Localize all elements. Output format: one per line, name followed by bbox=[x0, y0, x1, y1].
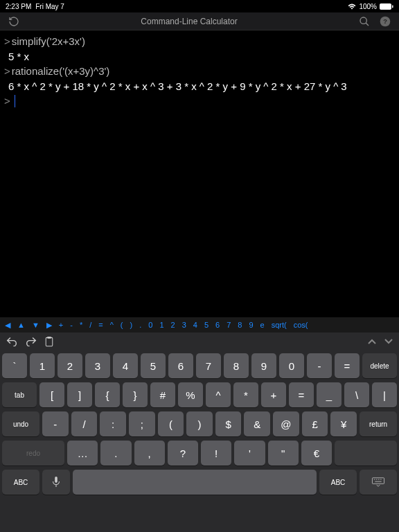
key-9[interactable]: 9 bbox=[251, 353, 276, 378]
key-=[interactable]: = bbox=[335, 353, 360, 378]
key-@[interactable]: @ bbox=[273, 411, 299, 436]
toolbar-item[interactable]: 6 bbox=[212, 321, 223, 329]
key-6[interactable]: 6 bbox=[168, 353, 193, 378]
key-€[interactable]: € bbox=[301, 441, 332, 466]
key-8[interactable]: 8 bbox=[224, 353, 249, 378]
prompt-char: > bbox=[4, 64, 10, 78]
key-3[interactable]: 3 bbox=[85, 353, 110, 378]
key-?[interactable]: ? bbox=[168, 441, 198, 466]
key-5[interactable]: 5 bbox=[141, 353, 166, 378]
key-^[interactable]: ^ bbox=[206, 382, 231, 407]
symbol-toolbar: ◀▲▼▶+-*/=^().0123456789esqrt(cos( bbox=[0, 317, 399, 332]
key-space[interactable] bbox=[73, 470, 317, 495]
key-&[interactable]: & bbox=[244, 411, 270, 436]
svg-rect-1 bbox=[392, 5, 393, 8]
svg-text:?: ? bbox=[383, 18, 387, 25]
toolbar-item[interactable]: 9 bbox=[245, 321, 256, 329]
toolbar-item[interactable]: . bbox=[136, 321, 145, 329]
key-%[interactable]: % bbox=[178, 382, 203, 407]
toolbar-item[interactable]: 1 bbox=[156, 321, 167, 329]
key-tab[interactable]: tab bbox=[2, 382, 37, 407]
toolbar-item[interactable]: ▶ bbox=[43, 321, 55, 330]
key-'[interactable]: ' bbox=[234, 441, 265, 466]
key-1[interactable]: 1 bbox=[30, 353, 55, 378]
key-…[interactable]: … bbox=[67, 441, 98, 466]
toolbar-item[interactable]: - bbox=[66, 321, 76, 329]
key-,[interactable]: , bbox=[134, 441, 165, 466]
key-)[interactable]: ) bbox=[186, 411, 213, 436]
key-![interactable]: ! bbox=[201, 441, 231, 466]
toolbar-item[interactable]: ▲ bbox=[14, 321, 28, 329]
key-[[interactable]: [ bbox=[39, 382, 64, 407]
key-:[interactable]: : bbox=[100, 411, 126, 436]
refresh-button[interactable] bbox=[7, 16, 21, 27]
toolbar-item[interactable]: = bbox=[95, 321, 106, 329]
key-delete[interactable]: delete bbox=[362, 353, 397, 378]
key-4[interactable]: 4 bbox=[113, 353, 138, 378]
key-*[interactable]: * bbox=[233, 382, 258, 407]
toolbar-item[interactable]: sqrt( bbox=[268, 321, 290, 329]
search-button[interactable] bbox=[357, 16, 371, 27]
undo-icon[interactable] bbox=[6, 337, 18, 347]
key--[interactable]: - bbox=[307, 353, 332, 378]
key-2[interactable]: 2 bbox=[57, 353, 82, 378]
key-0[interactable]: 0 bbox=[279, 353, 304, 378]
key-"[interactable]: " bbox=[268, 441, 299, 466]
key-£[interactable]: £ bbox=[302, 411, 328, 436]
console-area[interactable]: >simplify('2x+3x') 5 * x >rationalize('(… bbox=[0, 30, 399, 317]
key-+[interactable]: + bbox=[261, 382, 286, 407]
key-=[interactable]: = bbox=[289, 382, 314, 407]
key-return[interactable]: return bbox=[360, 411, 397, 436]
key-shift[interactable] bbox=[335, 441, 397, 466]
key-abc-left[interactable]: ABC bbox=[2, 470, 39, 495]
redo-icon[interactable] bbox=[25, 337, 37, 347]
key-\[interactable]: \ bbox=[344, 382, 369, 407]
paste-icon[interactable] bbox=[44, 337, 54, 347]
key-([interactable]: ( bbox=[158, 411, 184, 436]
toolbar-item[interactable]: 4 bbox=[190, 321, 201, 329]
key-.[interactable]: . bbox=[100, 441, 131, 466]
help-button[interactable]: ? bbox=[378, 16, 392, 27]
chevron-up-icon[interactable] bbox=[367, 338, 377, 345]
toolbar-item[interactable]: 3 bbox=[179, 321, 190, 329]
key-/[interactable]: / bbox=[71, 411, 98, 436]
toolbar-item[interactable]: / bbox=[86, 321, 95, 329]
toolbar-item[interactable]: 5 bbox=[201, 321, 212, 329]
key-{[interactable]: { bbox=[95, 382, 120, 407]
key-|[interactable]: | bbox=[372, 382, 397, 407]
toolbar-item[interactable]: 7 bbox=[223, 321, 234, 329]
svg-rect-0 bbox=[380, 3, 391, 10]
mic-icon[interactable] bbox=[42, 470, 70, 495]
key-redo: redo bbox=[2, 441, 64, 466]
dismiss-keyboard-icon[interactable] bbox=[360, 470, 397, 495]
toolbar-item[interactable]: 2 bbox=[168, 321, 179, 329]
toolbar-item[interactable]: * bbox=[76, 321, 86, 329]
key-¥[interactable]: ¥ bbox=[330, 411, 357, 436]
key--[interactable]: - bbox=[42, 411, 69, 436]
toolbar-item[interactable]: ^ bbox=[107, 321, 117, 329]
toolbar-item[interactable]: 0 bbox=[145, 321, 156, 329]
keyboard: `1234567890-=delete tab[]{}#%^*+=_\| und… bbox=[0, 351, 399, 532]
key-undo[interactable]: undo bbox=[2, 411, 39, 436]
toolbar-item[interactable]: 8 bbox=[234, 321, 245, 329]
chevron-down-icon[interactable] bbox=[384, 338, 393, 345]
toolbar-item[interactable]: cos( bbox=[290, 321, 312, 329]
status-bar: 2:23 PM Fri May 7 100% bbox=[0, 0, 399, 12]
toolbar-item[interactable]: ▼ bbox=[28, 321, 43, 329]
key-;[interactable]: ; bbox=[129, 411, 155, 436]
toolbar-item[interactable]: ( bbox=[117, 321, 127, 329]
key-}[interactable]: } bbox=[123, 382, 148, 407]
battery-percent: 100% bbox=[359, 3, 377, 10]
toolbar-item[interactable]: ◀ bbox=[1, 321, 14, 330]
key-#[interactable]: # bbox=[150, 382, 175, 407]
key-][interactable]: ] bbox=[67, 382, 92, 407]
toolbar-item[interactable]: + bbox=[55, 321, 66, 329]
key-`[interactable]: ` bbox=[2, 353, 27, 378]
key-abc-right[interactable]: ABC bbox=[319, 470, 357, 495]
keyboard-accessory bbox=[0, 332, 399, 351]
key-$[interactable]: $ bbox=[215, 411, 242, 436]
key-7[interactable]: 7 bbox=[196, 353, 221, 378]
toolbar-item[interactable]: ) bbox=[127, 321, 136, 329]
key-_[interactable]: _ bbox=[317, 382, 342, 407]
toolbar-item[interactable]: e bbox=[257, 321, 268, 329]
